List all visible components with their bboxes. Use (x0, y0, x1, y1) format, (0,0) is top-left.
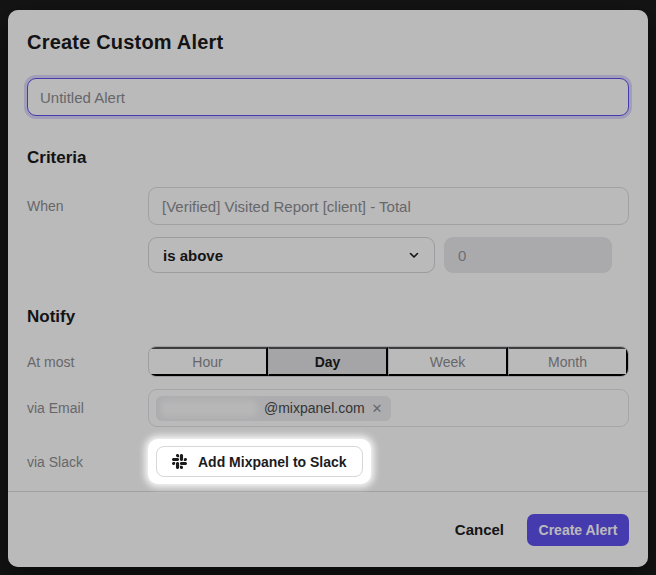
frequency-option-day[interactable]: Day (268, 347, 388, 376)
condition-dropdown-value: is above (163, 247, 223, 264)
when-label: When (27, 198, 148, 214)
condition-dropdown[interactable]: is above (148, 237, 435, 273)
threshold-input[interactable] (444, 237, 612, 273)
frequency-option-hour[interactable]: Hour (149, 347, 268, 376)
email-chip-domain: @mixpanel.com (264, 400, 365, 416)
frequency-segmented-control: Hour Day Week Month (148, 346, 629, 377)
close-icon[interactable]: ✕ (372, 402, 383, 415)
criteria-heading: Criteria (27, 148, 629, 168)
when-row: When [Verified] Visited Report [client] … (27, 187, 629, 225)
email-redacted-username (161, 400, 257, 417)
at-most-label: At most (27, 354, 148, 370)
slack-row: via Slack Add Mixpanel to Slack (27, 439, 629, 484)
add-mixpanel-to-slack-button[interactable]: Add Mixpanel to Slack (156, 446, 363, 477)
condition-row: is above (27, 237, 629, 273)
cancel-button[interactable]: Cancel (441, 513, 518, 546)
email-recipients-field[interactable]: @mixpanel.com ✕ (148, 389, 629, 427)
via-slack-label: via Slack (27, 454, 148, 470)
modal-body: Create Custom Alert Criteria When [Verif… (8, 10, 648, 491)
chevron-down-icon (408, 249, 420, 261)
create-alert-button[interactable]: Create Alert (527, 514, 629, 546)
event-select-field[interactable]: [Verified] Visited Report [client] - Tot… (148, 187, 629, 225)
slack-icon (172, 454, 187, 469)
modal-footer: Cancel Create Alert (8, 491, 648, 567)
frequency-option-week[interactable]: Week (388, 347, 508, 376)
page-title: Create Custom Alert (27, 31, 629, 54)
notify-heading: Notify (27, 307, 629, 327)
email-row: via Email @mixpanel.com ✕ (27, 389, 629, 427)
alert-name-input[interactable] (27, 78, 629, 116)
tutorial-spotlight: Add Mixpanel to Slack (148, 439, 371, 484)
frequency-row: At most Hour Day Week Month (27, 346, 629, 377)
frequency-option-month[interactable]: Month (508, 347, 628, 376)
via-email-label: via Email (27, 400, 148, 416)
slack-button-label: Add Mixpanel to Slack (198, 454, 347, 470)
create-custom-alert-modal: Create Custom Alert Criteria When [Verif… (8, 10, 648, 567)
email-chip: @mixpanel.com ✕ (156, 396, 391, 421)
